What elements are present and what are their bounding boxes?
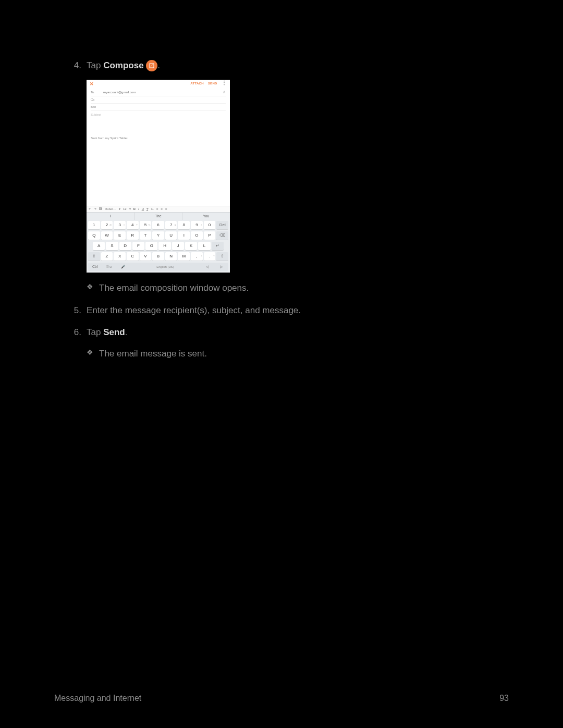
key: A: [93, 242, 105, 250]
dropdown-icon: ▾: [129, 207, 131, 212]
list-icon: ≡: [156, 207, 158, 212]
mic-key: 🎤: [116, 263, 130, 271]
bullet-icon: ❖: [87, 281, 99, 295]
sym-key: !#☺: [102, 263, 116, 271]
suggestion-bar: I The You: [87, 213, 230, 220]
dropdown-icon: ▾: [119, 207, 120, 212]
redo-icon: ↷: [94, 207, 96, 212]
indent-icon: ⇤: [151, 207, 154, 212]
key-row: ⇧ZXCVBNM,!.?⇧: [87, 251, 230, 262]
bold-icon: B: [133, 207, 136, 212]
email-compose-screenshot: ✕ ATTACH SEND ⋮ To myaccount@gmail.com ∧…: [87, 80, 230, 273]
cc-label: Cc: [91, 97, 103, 103]
step-prefix: Tap: [87, 60, 103, 70]
step-number: 4.: [68, 58, 87, 72]
key: S: [106, 242, 118, 250]
italic-icon: I: [138, 207, 139, 212]
attach-button: ATTACH: [190, 81, 204, 87]
key: F: [132, 242, 144, 250]
bcc-label: Bcc: [91, 105, 103, 110]
key: .?: [204, 252, 216, 261]
subject-placeholder: Subject: [91, 111, 226, 118]
step-prefix: Tap: [87, 327, 103, 337]
key: J: [172, 242, 184, 250]
key: 5%: [140, 221, 152, 229]
key: 0): [204, 221, 216, 229]
key: I: [178, 231, 190, 240]
key: Del: [216, 221, 228, 229]
undo-icon: ↶: [89, 207, 91, 212]
topbar-actions: ATTACH SEND ⋮: [190, 81, 227, 87]
step-bold: Compose: [103, 60, 143, 70]
key-bottom-row: Ctrl !#☺ 🎤 English (US) ◁ ▷: [88, 263, 228, 271]
key: D: [119, 242, 131, 250]
key: N: [165, 252, 177, 261]
font-select: Robot…: [105, 207, 116, 212]
step-number: 6.: [68, 325, 87, 339]
key-row: ASDFGHJKL↵: [87, 241, 230, 251]
format-toolbar: ↶ ↷ 🖼 Robot…▾ 12▾ B I U T̲ ⇤ ≡ ≡ ≡: [87, 206, 230, 212]
size-select: 12: [123, 207, 127, 212]
key: E: [114, 231, 126, 240]
key: 7&: [165, 221, 177, 229]
key: 1: [88, 221, 100, 229]
fields: To myaccount@gmail.com ∧ Cc Bcc Subject: [87, 88, 230, 119]
step-text: Tap Send.: [87, 325, 495, 339]
bullet-icon: ❖: [87, 347, 99, 361]
key: L: [198, 242, 210, 250]
result-text: The email composition window opens.: [99, 281, 495, 295]
left-key: ◁: [200, 263, 214, 271]
key: 4?: [127, 221, 139, 229]
result-text: The email message is sent.: [99, 347, 495, 361]
keyboard: I The You 12@3#4?5%67&89(0)Del QWERTYUIO…: [87, 212, 230, 273]
key-row: QWERTYUIOP⌫: [87, 230, 230, 241]
step-tail: .: [157, 60, 160, 70]
cc-row: Cc: [91, 96, 226, 104]
key: 6: [152, 221, 164, 229]
page: 4. Tap Compose . ✕ ATTACH SEND ⋮ To myac…: [0, 0, 563, 728]
key-row: 12@3#4?5%67&89(0)Del: [87, 220, 230, 230]
key: ,!: [191, 252, 203, 261]
step-6-result: ❖ The email message is sent.: [87, 347, 495, 361]
to-label: To: [91, 90, 103, 95]
numbered-list-icon: ≡: [161, 207, 163, 212]
key: V: [140, 252, 152, 261]
space-key: English (US): [130, 263, 201, 271]
key: 9(: [191, 221, 203, 229]
right-key: ▷: [214, 263, 228, 271]
key: ⇧: [216, 252, 228, 261]
step-4: 4. Tap Compose .: [68, 58, 495, 72]
step-bold: Send: [103, 327, 125, 337]
key: U: [165, 231, 177, 240]
page-number: 93: [499, 694, 509, 703]
key: M: [178, 252, 190, 261]
key: 8: [178, 221, 190, 229]
compose-icon: [146, 60, 157, 71]
key: R: [127, 231, 139, 240]
key: O: [191, 231, 203, 240]
key: W: [101, 231, 113, 240]
key: 3#: [114, 221, 126, 229]
bcc-row: Bcc: [91, 104, 226, 111]
key: C: [127, 252, 139, 261]
suggestion: I: [87, 213, 134, 220]
step-number: 5.: [68, 303, 87, 317]
step-suffix: .: [125, 327, 128, 337]
key: ⌫: [216, 231, 228, 240]
step-text: Tap Compose .: [87, 58, 495, 72]
to-row: To myaccount@gmail.com ∧: [91, 89, 226, 96]
compose-body: Sent from my Sprint Tablet.: [87, 119, 230, 206]
key: Z: [101, 252, 113, 261]
more-icon: ⋮: [222, 81, 227, 87]
step-5: 5. Enter the message recipient(s), subje…: [68, 303, 495, 317]
font-color-icon: T̲: [146, 207, 149, 212]
footer: Messaging and Internet 93: [54, 694, 509, 703]
key: Q: [88, 231, 100, 240]
collapse-icon: ∧: [223, 89, 226, 96]
key: T: [140, 231, 152, 240]
key: ⇧: [88, 252, 100, 261]
close-icon: ✕: [90, 80, 94, 88]
key: B: [152, 252, 164, 261]
underline-icon: U: [142, 207, 144, 212]
suggestion: The: [134, 213, 182, 220]
